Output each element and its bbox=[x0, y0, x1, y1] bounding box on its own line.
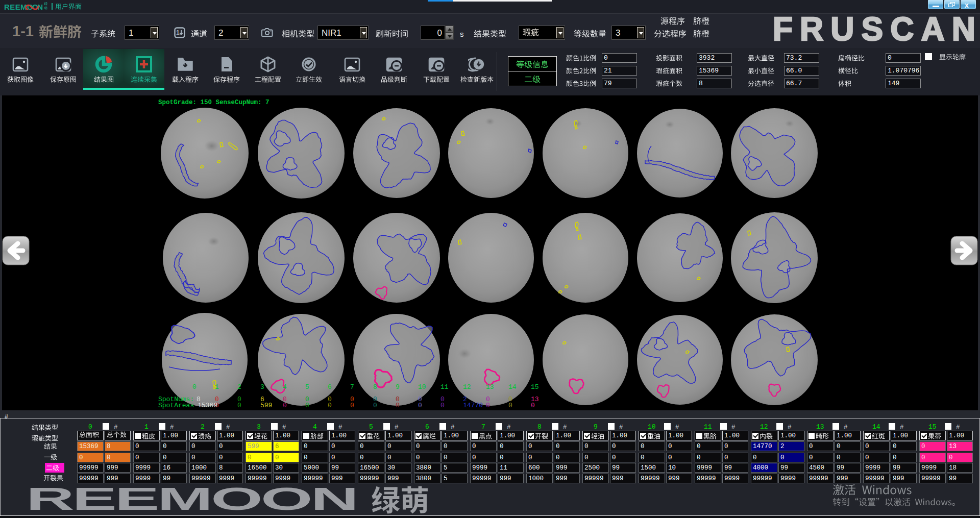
svg-text:15369: 15369 bbox=[198, 402, 217, 409]
svg-text:0: 0 bbox=[350, 402, 354, 409]
svg-text:7: 7 bbox=[350, 383, 354, 391]
svg-text:0: 0 bbox=[237, 402, 241, 409]
svg-text:3: 3 bbox=[260, 383, 264, 391]
svg-text:0: 0 bbox=[373, 402, 377, 409]
svg-text:6: 6 bbox=[328, 383, 332, 391]
svg-text:SpotGrade: 150 SenseCupNum: 7: SpotGrade: 150 SenseCupNum: 7 bbox=[158, 99, 270, 106]
svg-text:10: 10 bbox=[418, 383, 426, 391]
svg-text:9: 9 bbox=[396, 383, 400, 391]
svg-text:1: 1 bbox=[176, 29, 180, 36]
svg-text:0: 0 bbox=[305, 402, 309, 409]
svg-text:1: 1 bbox=[215, 383, 219, 391]
svg-text:SpotAreas: SpotAreas bbox=[158, 402, 194, 409]
svg-text:0: 0 bbox=[192, 383, 197, 391]
svg-text:599: 599 bbox=[260, 402, 272, 409]
svg-text:0: 0 bbox=[418, 402, 422, 409]
svg-text:0: 0 bbox=[396, 402, 400, 409]
svg-text:11: 11 bbox=[440, 383, 449, 391]
svg-text:0: 0 bbox=[440, 402, 445, 409]
svg-text:0: 0 bbox=[531, 402, 535, 409]
svg-text:14770: 14770 bbox=[463, 402, 483, 409]
svg-text:13: 13 bbox=[486, 383, 494, 391]
svg-text:2: 2 bbox=[237, 383, 241, 391]
svg-text:5: 5 bbox=[305, 383, 309, 391]
svg-text:15: 15 bbox=[531, 383, 539, 391]
svg-text:0: 0 bbox=[508, 402, 512, 409]
svg-text:4: 4 bbox=[283, 383, 287, 391]
svg-text:0: 0 bbox=[486, 402, 490, 409]
svg-text:0: 0 bbox=[328, 402, 332, 409]
svg-text:0: 0 bbox=[283, 402, 287, 409]
svg-text:14: 14 bbox=[508, 383, 517, 391]
svg-text:12: 12 bbox=[463, 383, 471, 391]
svg-text:8: 8 bbox=[373, 383, 377, 391]
